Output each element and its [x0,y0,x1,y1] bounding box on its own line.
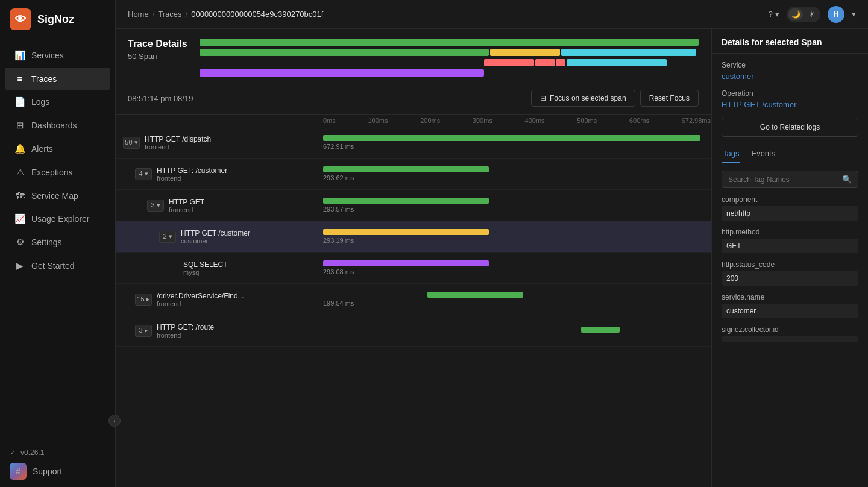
sidebar-item-service-map[interactable]: 🗺 Service Map [5,184,110,207]
tag-search: 🔍 [722,171,858,188]
span-right: 293.08 ms [321,253,711,283]
span-service: frontend [145,143,211,151]
span-row[interactable]: 3 ▸ HTTP GET: /route frontend [116,315,711,347]
collapse-sidebar-button[interactable]: ‹ [108,415,121,427]
reset-focus-button[interactable]: Reset Focus [640,90,699,107]
tag-value-http-method: GET [722,239,858,253]
span-duration: 199.54 ms [323,300,708,307]
sidebar-label-usage-explorer: Usage Explorer [31,214,90,224]
span-left: SQL SELECT mysql [116,260,321,276]
mini-bar-green-half [200,49,489,56]
expand-button[interactable]: 50 ▾ [123,137,140,149]
sidebar-label-service-map: Service Map [31,191,78,201]
ruler-100ms: 100ms [368,117,388,124]
tag-value-http-status: 200 [722,271,858,286]
sidebar-nav: 📊 Services ≡ Traces 📄 Logs ⊞ Dashboards … [0,39,115,441]
service-value: customer [722,72,858,81]
sidebar-item-logs[interactable]: 📄 Logs [5,90,110,113]
mini-bar-red2 [535,59,555,66]
sidebar-item-traces[interactable]: ≡ Traces [5,68,110,90]
sidebar-bottom: ✓ v0.26.1 # Support [0,441,115,487]
span-right [321,315,711,346]
sidebar-item-get-started[interactable]: ▶ Get Started [5,254,110,277]
tag-value-signoz-collector [722,336,858,342]
sidebar-item-settings[interactable]: ⚙ Settings [5,231,110,254]
span-operation: HTTP GET [169,198,204,206]
sidebar-label-get-started: Get Started [31,261,75,271]
support-row[interactable]: # Support [10,463,105,480]
tag-search-input[interactable] [728,175,838,184]
tab-tags[interactable]: Tags [722,145,740,163]
expand-button[interactable]: 2 ▾ [159,231,176,243]
tag-name-service-name: service.name [722,293,858,301]
span-row[interactable]: 4 ▾ HTTP GET: /customer frontend 293.62 … [116,159,711,190]
span-duration: 293.19 ms [323,237,708,244]
service-label: Service [722,61,858,69]
trace-span-count: 50 Span [128,52,187,61]
span-right: 293.19 ms [321,221,711,252]
span-service: frontend [157,331,214,339]
ruler-600ms: 600ms [629,117,649,124]
expand-button[interactable]: 4 ▾ [135,168,152,180]
span-row[interactable]: 15 ▸ /driver.DriverService/Find... front… [116,284,711,315]
trace-title: Trace Details [128,39,187,49]
span-operation: HTTP GET /dispatch [145,135,211,143]
mini-bar-red [484,59,534,66]
sidebar-item-usage-explorer[interactable]: 📈 Usage Explorer [5,207,110,230]
user-menu-button[interactable]: ▾ [852,10,856,19]
breadcrumb-traces[interactable]: Traces [158,10,181,19]
span-row[interactable]: SQL SELECT mysql 293.08 ms [116,253,711,284]
mini-bar-row-2 [200,49,699,57]
span-row[interactable]: 3 ▾ HTTP GET frontend 293.57 ms [116,190,711,221]
span-row-selected[interactable]: 2 ▾ HTTP GET /customer customer 293.19 m… [116,221,711,253]
user-avatar[interactable]: H [828,6,844,23]
header-actions: ? ▾ 🌙 ☀ H ▾ [769,6,856,23]
get-started-icon: ▶ [14,260,25,271]
tabs-row: Tags Events [722,145,858,163]
app-logo[interactable]: 👁 SigNoz [0,0,115,39]
theme-dark-button[interactable]: 🌙 [788,8,803,20]
trace-header: Trace Details 50 Span [116,29,711,115]
span-left: 4 ▾ HTTP GET: /customer frontend [116,166,321,182]
span-bar [323,166,489,172]
span-bar [323,198,489,204]
span-duration: 672.91 ms [323,143,708,150]
breadcrumb-home[interactable]: Home [128,10,149,19]
mini-bar-purple [200,69,484,77]
focus-selected-span-button[interactable]: ⊟ Focus on selected span [531,90,635,107]
mini-bar-green-full [200,39,699,46]
top-header: Home / Traces / 00000000000000054e9c3902… [116,0,868,29]
mini-bar-cyan2 [567,59,667,66]
mini-timeline [200,39,699,78]
sidebar-label-traces: Traces [31,74,57,84]
sidebar-item-alerts[interactable]: 🔔 Alerts [5,137,110,160]
span-right: 199.54 ms [321,284,711,315]
tag-service-name: service.name customer [722,293,858,318]
spans-list: 50 ▾ HTTP GET /dispatch frontend 672.91 … [116,127,711,487]
support-label: Support [33,467,62,476]
tag-component: component net/http [722,195,858,221]
span-operation: HTTP GET /customer [181,229,250,237]
service-map-icon: 🗺 [14,190,25,201]
help-chevron: ▾ [775,10,779,19]
go-related-logs-button[interactable]: Go to Related logs [722,118,858,137]
theme-light-button[interactable]: ☀ [804,8,819,20]
sidebar-item-dashboards[interactable]: ⊞ Dashboards [5,114,110,137]
tag-name-http-status: http.status_code [722,260,858,269]
filter-icon: ⊟ [540,94,546,102]
main-content: Home / Traces / 00000000000000054e9c3902… [116,0,868,487]
mini-bar-row-4 [200,69,699,78]
tab-events[interactable]: Events [750,145,776,163]
sidebar-item-exceptions[interactable]: ⚠ Exceptions [5,161,110,184]
tag-signoz-collector: signoz.collector.id [722,325,858,342]
span-left: 3 ▾ HTTP GET frontend [116,198,321,213]
expand-button[interactable]: 3 ▾ [147,200,164,212]
span-duration: 293.62 ms [323,174,708,181]
sidebar-item-services[interactable]: 📊 Services [5,44,110,67]
expand-button[interactable]: 15 ▸ [135,294,152,306]
span-row[interactable]: 50 ▾ HTTP GET /dispatch frontend 672.91 … [116,127,711,159]
help-button[interactable]: ? ▾ [769,10,779,19]
operation-label: Operation [722,89,858,98]
expand-button[interactable]: 3 ▸ [135,325,152,337]
span-bar [427,292,524,298]
